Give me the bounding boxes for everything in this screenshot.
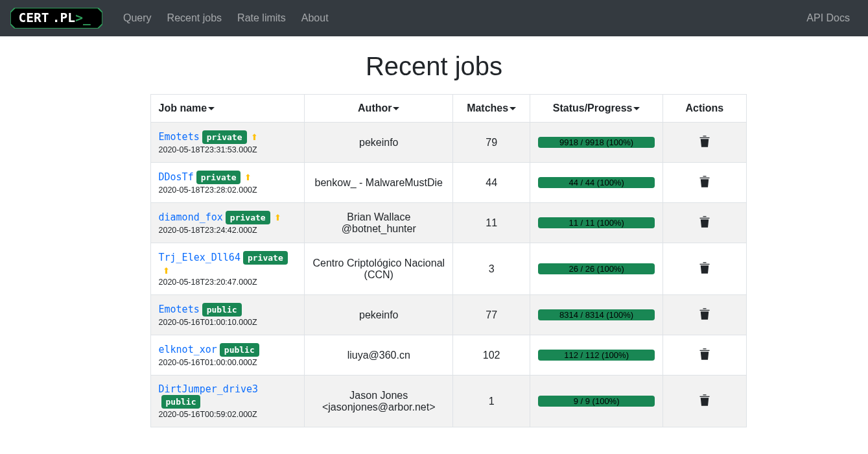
col-header-name[interactable]: Job name: [150, 95, 305, 123]
cell-job-name: elknot_xorpublic2020-05-16T01:00:00.000Z: [150, 335, 305, 376]
cell-actions: [663, 163, 746, 203]
jobs-table: Job name Author Matches Status/Progress …: [150, 94, 747, 427]
job-link[interactable]: DDosTf: [159, 171, 194, 183]
nav-api-docs[interactable]: API Docs: [799, 7, 858, 29]
visibility-badge: private: [243, 251, 288, 265]
visibility-badge: private: [202, 130, 247, 144]
col-header-matches[interactable]: Matches: [453, 95, 530, 123]
warning-icon: ⬆: [163, 266, 170, 276]
cell-author: pekeinfo: [305, 295, 453, 335]
progress-bar: 9 / 9 (100%): [538, 396, 655, 407]
warning-icon: ⬆: [244, 173, 252, 182]
timestamp: 2020-05-18T23:20:47.000Z: [159, 278, 297, 287]
table-row: DirtJumper_drive3public2020-05-16T00:59:…: [150, 376, 746, 427]
cell-author: liuya@360.cn: [305, 335, 453, 376]
delete-button[interactable]: [699, 175, 710, 191]
cell-matches: 102: [453, 335, 530, 376]
svg-text:.PL: .PL: [53, 10, 75, 25]
warning-icon: ⬆: [251, 132, 258, 142]
cell-matches: 44: [453, 163, 530, 203]
cell-matches: 79: [453, 123, 530, 163]
cell-status: 9 / 9 (100%): [530, 376, 663, 427]
cell-author: benkow_ - MalwareMustDie: [305, 163, 453, 203]
caret-icon: [510, 107, 516, 110]
delete-button[interactable]: [699, 394, 710, 409]
delete-button[interactable]: [699, 261, 710, 277]
cell-actions: [663, 243, 746, 295]
timestamp: 2020-05-18T23:31:53.000Z: [159, 145, 297, 154]
logo[interactable]: CERT .PL >_: [10, 8, 102, 29]
caret-icon: [393, 107, 399, 110]
nav-recent-jobs[interactable]: Recent jobs: [159, 7, 230, 29]
trash-icon: [699, 394, 710, 407]
job-link[interactable]: elknot_xor: [159, 344, 217, 355]
cell-actions: [663, 203, 746, 243]
progress-bar: 44 / 44 (100%): [538, 177, 655, 188]
nav-rate-limits[interactable]: Rate limits: [229, 7, 294, 29]
cell-status: 11 / 11 (100%): [530, 203, 663, 243]
cell-actions: [663, 123, 746, 163]
table-row: Emotetsprivate⬆2020-05-18T23:31:53.000Zp…: [150, 123, 746, 163]
jobs-table-wrap: Job name Author Matches Status/Progress …: [150, 94, 718, 427]
trash-icon: [699, 348, 710, 361]
delete-button[interactable]: [699, 348, 710, 363]
cell-actions: [663, 335, 746, 376]
visibility-badge: private: [226, 211, 270, 224]
table-row: DDosTfprivate⬆2020-05-18T23:28:02.000Zbe…: [150, 163, 746, 203]
progress-bar: 112 / 112 (100%): [538, 350, 655, 361]
job-link[interactable]: Emotets: [159, 304, 200, 315]
delete-button[interactable]: [699, 307, 710, 323]
nav-query[interactable]: Query: [115, 7, 159, 29]
cell-actions: [663, 376, 746, 427]
visibility-badge: public: [161, 395, 201, 409]
cell-status: 8314 / 8314 (100%): [530, 295, 663, 335]
delete-button[interactable]: [699, 215, 710, 231]
cell-job-name: Emotetsprivate⬆2020-05-18T23:31:53.000Z: [150, 123, 305, 163]
col-header-status[interactable]: Status/Progress: [530, 95, 663, 123]
cell-matches: 77: [453, 295, 530, 335]
timestamp: 2020-05-18T23:24:42.000Z: [159, 226, 297, 235]
trash-icon: [699, 135, 710, 148]
col-header-actions: Actions: [663, 95, 746, 123]
progress-bar: 8314 / 8314 (100%): [538, 309, 655, 320]
timestamp: 2020-05-16T00:59:02.000Z: [159, 410, 297, 419]
job-link[interactable]: DirtJumper_drive3: [159, 383, 259, 395]
visibility-badge: public: [220, 343, 259, 357]
progress-bar: 26 / 26 (100%): [538, 263, 655, 274]
job-link[interactable]: diamond_fox: [159, 211, 223, 223]
navbar: CERT .PL >_ Query Recent jobs Rate limit…: [0, 0, 868, 36]
table-row: elknot_xorpublic2020-05-16T01:00:00.000Z…: [150, 335, 746, 376]
trash-icon: [699, 307, 710, 320]
nav-about[interactable]: About: [294, 7, 336, 29]
job-link[interactable]: Emotets: [159, 131, 200, 143]
trash-icon: [699, 175, 710, 188]
cell-job-name: Trj_Elex_Dll64private⬆2020-05-18T23:20:4…: [150, 243, 305, 295]
cell-status: 44 / 44 (100%): [530, 163, 663, 203]
caret-icon: [208, 107, 215, 110]
nav-links: Query Recent jobs Rate limits About: [115, 7, 799, 29]
table-row: Trj_Elex_Dll64private⬆2020-05-18T23:20:4…: [150, 243, 746, 295]
warning-icon: ⬆: [274, 213, 281, 222]
cell-status: 112 / 112 (100%): [530, 335, 663, 376]
page-title: Recent jobs: [0, 52, 868, 81]
cell-status: 26 / 26 (100%): [530, 243, 663, 295]
delete-button[interactable]: [699, 135, 710, 150]
cell-author: Brian Wallace @botnet_hunter: [305, 203, 453, 243]
timestamp: 2020-05-18T23:28:02.000Z: [159, 185, 297, 195]
visibility-badge: private: [196, 171, 241, 184]
col-header-author[interactable]: Author: [305, 95, 453, 123]
svg-text:>_: >_: [75, 10, 91, 25]
cell-author: Jason Jones <jasonjones@arbor.net>: [305, 376, 453, 427]
table-row: diamond_foxprivate⬆2020-05-18T23:24:42.0…: [150, 203, 746, 243]
cell-job-name: DirtJumper_drive3public2020-05-16T00:59:…: [150, 376, 305, 427]
cell-job-name: Emotetspublic2020-05-16T01:00:10.000Z: [150, 295, 305, 335]
visibility-badge: public: [202, 303, 242, 317]
svg-text:CERT: CERT: [18, 10, 49, 25]
cell-matches: 3: [453, 243, 530, 295]
cell-job-name: DDosTfprivate⬆2020-05-18T23:28:02.000Z: [150, 163, 305, 203]
cell-job-name: diamond_foxprivate⬆2020-05-18T23:24:42.0…: [150, 203, 305, 243]
cell-actions: [663, 295, 746, 335]
trash-icon: [699, 215, 710, 228]
table-row: Emotetspublic2020-05-16T01:00:10.000Zpek…: [150, 295, 746, 335]
job-link[interactable]: Trj_Elex_Dll64: [159, 252, 240, 263]
